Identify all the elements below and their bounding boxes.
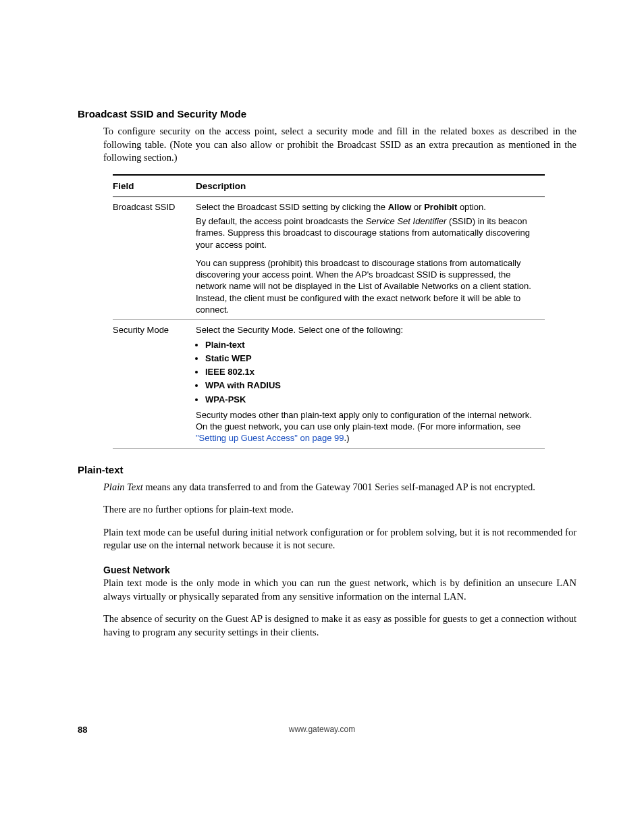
heading-plain-text: Plain-text xyxy=(78,464,576,475)
table-row: You can suppress (prohibit) this broadca… xyxy=(113,253,545,320)
heading-broadcast-ssid-security-mode: Broadcast SSID and Security Mode xyxy=(78,108,576,120)
text: By default, the access point broadcasts … xyxy=(196,216,365,226)
field-blank xyxy=(113,253,196,320)
list-item: WPA with RADIUS xyxy=(205,380,539,391)
guest-p1: Plain text mode is the only mode in whic… xyxy=(103,577,576,603)
plaintext-p1: Plain Text means any data transferred to… xyxy=(103,481,576,494)
field-security-mode: Security Mode xyxy=(113,320,196,449)
plaintext-p3: Plain text mode can be useful during ini… xyxy=(103,526,576,552)
list-item: WPA-PSK xyxy=(205,394,539,405)
text: Select the Broadcast SSID setting by cli… xyxy=(196,202,388,212)
page-number: 88 xyxy=(78,725,87,735)
text: or xyxy=(411,202,424,212)
intro-paragraph: To configure security on the access poin… xyxy=(103,125,576,165)
text-bold-prohibit: Prohibit xyxy=(424,202,457,212)
text: Select the Security Mode. Select one of … xyxy=(196,325,403,335)
guest-p2: The absence of security on the Guest AP … xyxy=(103,613,576,639)
fields-table: Field Description Broadcast SSID Select … xyxy=(113,174,545,449)
text-bold-allow: Allow xyxy=(388,202,412,212)
table-row: Security Mode Select the Security Mode. … xyxy=(113,320,545,449)
link-setting-up-guest-access[interactable]: "Setting up Guest Access" on page 99 xyxy=(196,433,344,443)
table-header-field: Field xyxy=(113,175,196,197)
text: means any data transferred to and from t… xyxy=(143,481,535,492)
list-item: Static WEP xyxy=(205,353,539,364)
text: Security modes other than plain-text app… xyxy=(196,410,532,432)
text: option. xyxy=(457,202,486,212)
plaintext-p2: There are no further options for plain-t… xyxy=(103,503,576,517)
field-broadcast-ssid: Broadcast SSID xyxy=(113,197,196,253)
table-header-description: Description xyxy=(196,175,545,197)
list-item: IEEE 802.1x xyxy=(205,366,539,377)
desc-broadcast-ssid-1: Select the Broadcast SSID setting by cli… xyxy=(196,197,545,253)
footer-url: www.gateway.com xyxy=(0,725,644,734)
heading-guest-network: Guest Network xyxy=(103,565,576,575)
text-italic-plain-text: Plain Text xyxy=(103,481,143,492)
security-mode-list: Plain-text Static WEP IEEE 802.1x WPA wi… xyxy=(196,339,539,405)
desc-broadcast-ssid-2: You can suppress (prohibit) this broadca… xyxy=(196,253,545,320)
page-footer: 88 www.gateway.com xyxy=(0,725,644,734)
list-item: Plain-text xyxy=(205,339,539,350)
desc-security-mode: Select the Security Mode. Select one of … xyxy=(196,320,545,449)
text-italic-service-set-identifier: Service Set Identifier xyxy=(365,216,446,226)
text: .) xyxy=(344,433,350,443)
table-row: Broadcast SSID Select the Broadcast SSID… xyxy=(113,197,545,253)
